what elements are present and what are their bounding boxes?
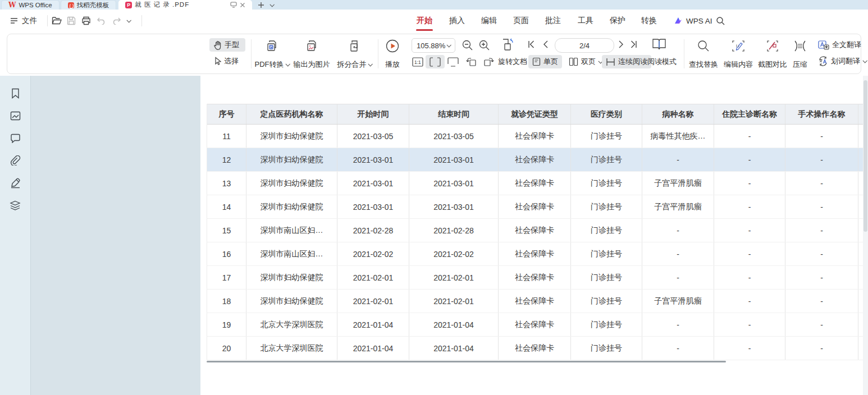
wps-ai-button[interactable]: WPS AI <box>674 10 712 32</box>
comment-icon <box>10 134 21 143</box>
hand-tool-button[interactable]: 手型 <box>209 38 245 52</box>
table-header-cell: 序号 <box>207 104 246 124</box>
table-row: 17深圳市妇幼保健院2021-02-012021-02-01社会保障卡门诊挂号-… <box>207 266 868 290</box>
table-row: 13深圳市妇幼保健院2021-03-012021-03-01社会保障卡门诊挂号子… <box>207 172 868 195</box>
table-cell: 门诊挂号 <box>571 337 642 360</box>
play-button[interactable]: 播放 <box>380 36 405 71</box>
tab-document-pdf[interactable]: P 就 医 记 录 .PDF <box>118 0 252 10</box>
prev-page-button[interactable] <box>542 40 549 49</box>
single-page-button[interactable]: 单页 <box>528 55 562 68</box>
find-replace-button[interactable]: 查找替换 <box>686 36 721 71</box>
table-cell: 社会保障卡 <box>499 242 571 265</box>
table-cell: 深圳市南山区妇… <box>246 219 337 242</box>
export-as-image-button[interactable]: 输出为图片 <box>290 36 333 71</box>
table-cell: 2021-03-05 <box>409 125 499 148</box>
table-cell: 社会保障卡 <box>499 125 571 148</box>
table-cell: 病毒性其他疾… <box>642 125 714 148</box>
scrollbar-thumb[interactable] <box>864 80 867 232</box>
table-cell: 门诊挂号 <box>571 172 642 195</box>
tab-docer-templates[interactable]: 找稻壳模板 <box>61 0 117 10</box>
find-replace-label: 查找替换 <box>689 59 718 70</box>
table-cell: 2021-03-01 <box>409 148 499 171</box>
zoom-level-dropdown[interactable]: 105.88% <box>412 38 455 53</box>
save-icon[interactable] <box>67 10 76 32</box>
menu-tab-comment[interactable]: 批注 <box>545 10 561 32</box>
menu-tab-tools[interactable]: 工具 <box>578 10 593 32</box>
table-cell: - <box>642 337 714 360</box>
screenshot-compare-button[interactable]: 截图对比 <box>755 36 790 71</box>
redo-icon[interactable] <box>112 10 121 32</box>
table-cell: 2021-01-04 <box>409 313 499 336</box>
menu-tab-page[interactable]: 页面 <box>513 10 529 32</box>
read-mode-button[interactable]: 阅读模式 <box>643 55 680 68</box>
tab-wps-office[interactable]: W WPS Office <box>1 0 60 10</box>
table-cell: 北京大学深圳医院 <box>246 313 337 336</box>
close-tab-icon[interactable] <box>240 2 245 8</box>
attachment-icon <box>10 155 21 166</box>
table-cell: 15 <box>207 219 246 242</box>
full-text-translate-button[interactable]: 全文翻译 <box>814 38 865 52</box>
screenshot-compare-label: 截图对比 <box>758 59 787 70</box>
menu-tab-edit[interactable]: 编辑 <box>481 10 497 32</box>
table-cell: 子宫平滑肌瘤 <box>642 290 714 313</box>
table-cell: 12 <box>207 148 246 171</box>
file-menu-button[interactable]: 文件 <box>10 10 37 32</box>
fit-width-button[interactable] <box>426 55 445 68</box>
first-page-button[interactable] <box>527 40 535 49</box>
open-file-icon[interactable] <box>52 10 62 32</box>
page-number-input[interactable] <box>555 39 614 52</box>
menu-tab-convert[interactable]: 转换 <box>641 10 657 32</box>
menu-tab-home[interactable]: 开始 <box>417 10 432 32</box>
sidebar-item-layers[interactable] <box>7 199 24 212</box>
share-to-device-icon[interactable] <box>230 2 237 8</box>
menu-tab-protect[interactable]: 保护 <box>610 10 625 32</box>
compress-button[interactable]: 压缩 <box>789 36 811 71</box>
edit-content-button[interactable]: 编辑内容 <box>721 36 756 71</box>
sidebar-item-thumbnails[interactable] <box>7 109 24 122</box>
pdf-convert-button[interactable]: PDF转换 <box>252 36 291 71</box>
double-page-button[interactable]: 双页 <box>565 55 606 68</box>
print-icon[interactable] <box>81 10 91 32</box>
tab-label: 找稻壳模板 <box>77 1 109 10</box>
table-cell: - <box>642 219 714 242</box>
sidebar-item-bookmarks[interactable] <box>7 87 24 99</box>
table-cell: - <box>785 195 858 218</box>
edit-content-label: 编辑内容 <box>724 59 753 70</box>
table-cell: 14 <box>207 195 246 218</box>
last-page-button[interactable] <box>630 40 638 49</box>
sidebar-item-attachments[interactable] <box>7 154 24 167</box>
single-page-label: 单页 <box>543 57 558 67</box>
table-cell: - <box>785 219 858 242</box>
split-merge-button[interactable]: 拆分合并 <box>334 36 374 71</box>
sidebar-item-comments[interactable] <box>7 132 24 144</box>
sidebar-item-signature[interactable] <box>7 177 24 189</box>
actual-size-button[interactable]: 1:1 <box>408 55 427 68</box>
menu-tab-insert[interactable]: 插入 <box>449 10 465 32</box>
menu-search-icon[interactable] <box>716 10 725 32</box>
wps-logo-icon: W <box>8 1 16 9</box>
new-tab-icon[interactable] <box>258 2 264 8</box>
table-cell: 2021-02-28 <box>409 219 499 242</box>
split-merge-chevron-icon <box>368 62 372 66</box>
tab-list-chevron-icon[interactable] <box>270 2 275 7</box>
table-cell: 2021-03-05 <box>337 125 409 148</box>
quick-access-chevron-icon[interactable] <box>127 10 130 32</box>
zoom-out-button[interactable] <box>462 39 473 51</box>
table-cell: - <box>714 242 785 265</box>
select-tool-button[interactable]: 选择 <box>209 54 245 68</box>
rotate-document-button[interactable]: 旋转文档 <box>494 55 531 68</box>
next-page-button[interactable] <box>618 40 624 49</box>
docer-logo-icon <box>68 2 74 8</box>
table-cell: 2021-01-04 <box>409 337 499 360</box>
table-row: 12深圳市妇幼保健院2021-03-012021-03-01社会保障卡门诊挂号-… <box>207 148 868 172</box>
zoom-level-value: 105.88% <box>417 42 445 50</box>
fit-page-button[interactable] <box>444 55 463 68</box>
zoom-in-button[interactable] <box>478 39 490 51</box>
word-translate-icon <box>818 56 828 66</box>
table-cell: 19 <box>207 313 246 336</box>
word-translate-button[interactable]: 划词翻译 <box>814 54 868 68</box>
undo-icon[interactable] <box>97 10 106 32</box>
table-header-cell: 住院主诊断名称 <box>714 104 785 124</box>
table-header-cell: 开始时间 <box>337 104 409 124</box>
vertical-scrollbar[interactable] <box>863 76 868 395</box>
